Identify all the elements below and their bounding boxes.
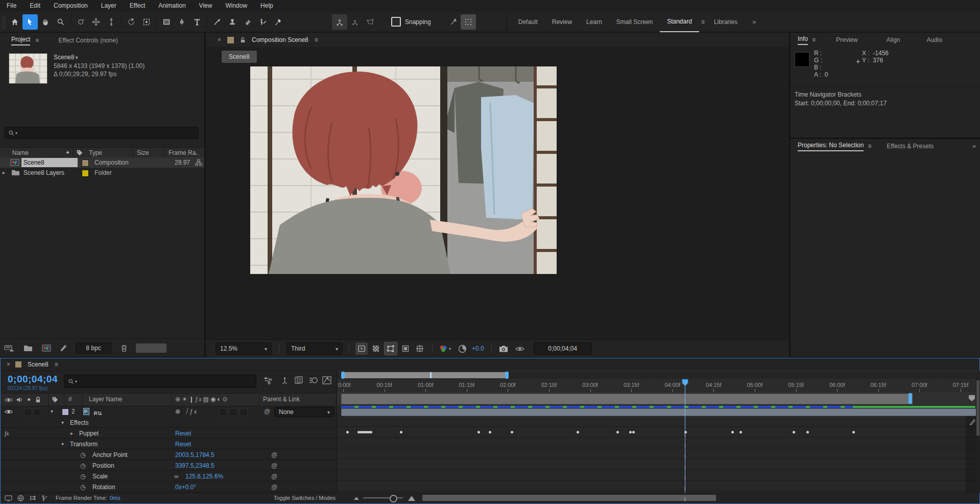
selection-tool[interactable] <box>22 14 38 30</box>
property-pickwhip-icon[interactable]: @ <box>271 484 277 491</box>
transparency-grid-icon[interactable] <box>370 342 382 355</box>
adjust-icon[interactable] <box>59 344 67 352</box>
workspace-tab[interactable]: Default <box>511 12 545 32</box>
anchor-point-row[interactable]: ◷ Anchor Point 2003.5,1784.5 @ <box>1 450 336 461</box>
guides-grids-icon[interactable] <box>414 342 426 355</box>
stopwatch-icon[interactable]: ◷ <box>80 473 85 480</box>
property-pickwhip-icon[interactable]: @ <box>271 462 277 469</box>
time-navigator-bar[interactable] <box>343 372 507 378</box>
workspace-tab[interactable]: Small Screen <box>609 12 660 32</box>
timeline-panel-menu-icon[interactable]: ≡ <box>55 361 58 368</box>
layer-quality-switches[interactable]: ⊕ ⧸fx <box>175 408 199 416</box>
workspace-menu-icon[interactable]: ≡ <box>701 18 705 26</box>
menu-item[interactable]: Animation <box>152 0 192 12</box>
layer-name[interactable]: คน <box>93 408 102 418</box>
layer-expand-chevron-icon[interactable]: ▾ <box>51 408 53 414</box>
group-label[interactable]: Transform <box>70 441 98 448</box>
view-axis-mode[interactable] <box>363 14 378 30</box>
tab-info[interactable]: Info <box>798 35 808 45</box>
viewer-timecode[interactable]: 0;00;04;04 <box>534 342 592 355</box>
table-row[interactable]: ▸ Scene8 Layers Folder <box>0 168 204 178</box>
rotation-row[interactable]: ◷ Rotation 0x+0.0° @ <box>1 482 336 493</box>
properties-panel-menu-icon[interactable]: ≡ <box>868 143 871 150</box>
timeline-zoom-slider[interactable] <box>363 497 403 498</box>
keyframe-dot[interactable] <box>852 431 855 433</box>
position-row[interactable]: ◷ Position 3397.5,2348.5 @ <box>1 461 336 471</box>
info-panel-menu-icon[interactable]: ≡ <box>812 36 816 43</box>
keyframe-dot[interactable] <box>629 431 632 433</box>
timeline-tab-title[interactable]: Scene8 <box>28 361 49 368</box>
pan-camera-tool[interactable] <box>88 14 104 30</box>
sort-ascending-icon[interactable]: ▲ <box>65 149 70 154</box>
comp-marker-bin-icon[interactable] <box>968 395 975 402</box>
stopwatch-icon[interactable]: ◷ <box>80 462 85 469</box>
effect-reset-link[interactable]: Reset <box>175 430 191 437</box>
interpret-footage-icon[interactable] <box>4 344 14 352</box>
work-area-bar[interactable] <box>341 394 913 404</box>
tab-project[interactable]: Project <box>11 36 30 45</box>
column-name[interactable]: Name <box>12 149 29 156</box>
comp-flyout-arrow-icon[interactable]: ▼ <box>75 55 79 60</box>
keyframe-dot[interactable] <box>346 431 349 433</box>
snap-along-edges-icon[interactable] <box>445 14 461 30</box>
timeline-search-input[interactable]: ▾ <box>64 375 256 388</box>
network-globe-icon[interactable] <box>17 495 24 501</box>
world-axis-mode[interactable] <box>347 14 363 30</box>
layer-visibility-eye-icon[interactable] <box>5 409 13 415</box>
property-label[interactable]: Scale <box>92 473 108 480</box>
mask-visibility-icon[interactable] <box>384 342 397 355</box>
keyframe-dot[interactable] <box>632 431 635 433</box>
parent-dropdown[interactable]: None▾ <box>274 407 334 417</box>
transform-reset-link[interactable]: Reset <box>175 441 191 448</box>
flowchart-icon[interactable] <box>29 495 36 501</box>
new-folder-icon[interactable] <box>23 345 33 352</box>
property-value[interactable]: 125.6,125.6% <box>185 473 223 480</box>
clone-stamp-tool[interactable] <box>225 14 240 30</box>
current-timecode[interactable]: 0;00;04;04 <box>8 374 58 385</box>
orbit-camera-tool[interactable] <box>73 14 88 30</box>
property-pickwhip-icon[interactable]: @ <box>271 451 277 459</box>
column-hash[interactable]: # <box>68 396 72 403</box>
graph-editor-icon[interactable] <box>322 376 331 384</box>
column-layer-name[interactable]: Layer Name <box>89 396 122 403</box>
new-composition-icon[interactable] <box>42 345 51 352</box>
local-axis-mode[interactable] <box>332 14 347 30</box>
keyframe-dot[interactable] <box>400 431 402 433</box>
snapping-checkbox[interactable] <box>391 17 401 27</box>
column-type[interactable]: Type <box>89 149 102 156</box>
close-tab-icon[interactable]: × <box>218 36 221 43</box>
region-of-interest-icon[interactable] <box>399 342 412 355</box>
puppet-pin-tool[interactable] <box>271 14 286 30</box>
panel-label-swatch[interactable] <box>227 37 234 43</box>
stopwatch-icon[interactable]: ◷ <box>80 484 85 491</box>
keyframe-dot[interactable] <box>511 431 513 433</box>
workspace-overflow-icon[interactable]: » <box>747 14 762 30</box>
menu-item[interactable]: Effect <box>123 0 152 12</box>
group-label[interactable]: Effects <box>70 419 88 426</box>
tab-effects-presets[interactable]: Effects & Presets <box>887 143 934 150</box>
property-value[interactable]: 3397.5,2348.5 <box>175 462 214 469</box>
keyframe-dot[interactable] <box>577 431 579 433</box>
rectangle-tool[interactable] <box>159 14 174 30</box>
type-tool[interactable] <box>189 14 205 30</box>
workspace-tab[interactable]: Libraries <box>707 12 745 32</box>
draft-3d-icon[interactable] <box>280 376 289 385</box>
search-options-chevron-icon[interactable]: ▾ <box>15 131 17 135</box>
stopwatch-icon[interactable]: ◷ <box>80 451 85 459</box>
work-area-end-bracket[interactable] <box>909 393 912 404</box>
comp-mini-flow-tag[interactable]: Scene8 <box>222 51 257 63</box>
menu-item[interactable]: Help <box>254 0 280 12</box>
panel-overflow-icon[interactable]: » <box>972 143 976 150</box>
motion-blur-icon[interactable] <box>309 376 318 384</box>
menu-item[interactable]: View <box>193 0 219 12</box>
timeline-vertical-scrollbar[interactable] <box>976 379 980 493</box>
keyframe-dot[interactable] <box>739 431 742 433</box>
constrain-proportions-icon[interactable]: ∞ <box>174 473 179 480</box>
project-row-name[interactable]: Scene8 Layers <box>23 169 64 176</box>
eraser-tool[interactable] <box>240 14 255 30</box>
timeline-label-swatch[interactable] <box>15 361 21 368</box>
menu-item[interactable]: Layer <box>94 0 123 12</box>
keyframe-dot[interactable] <box>806 431 809 433</box>
composition-image[interactable] <box>250 66 557 274</box>
snapshot-camera-icon[interactable] <box>499 345 508 353</box>
